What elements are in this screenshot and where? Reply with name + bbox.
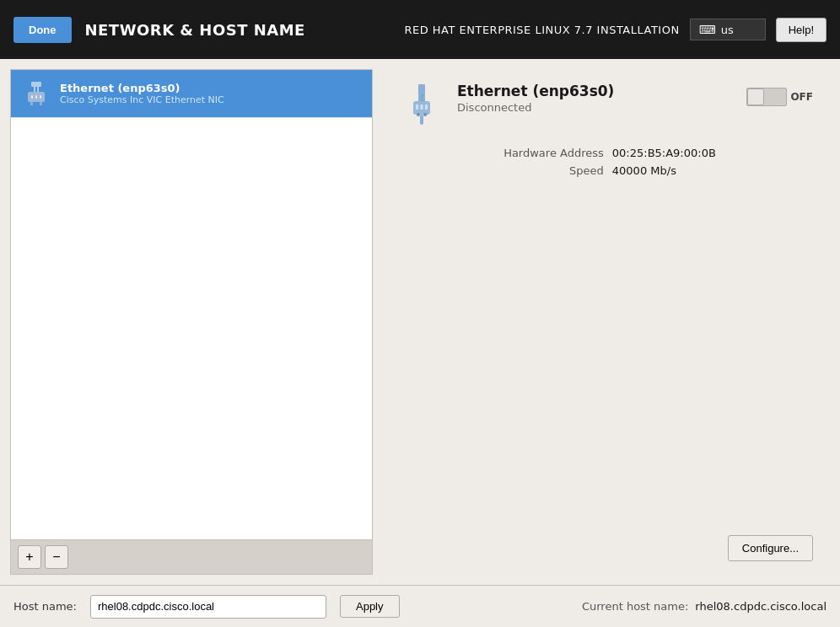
keyboard-lang: us [721,24,734,36]
right-panel-footer: Configure... [400,535,813,561]
page-title: NETWORK & HOST NAME [85,21,305,39]
hardware-address-label: Hardware Address [407,147,604,159]
hostname-label: Host name: [13,600,77,613]
current-hostname-value: rhel08.cdpdc.cisco.local [695,600,827,613]
device-ethernet-icon [400,83,444,126]
svg-rect-2 [37,87,39,92]
help-button[interactable]: Help! [776,18,827,42]
main-content: Ethernet (enp63s0) Cisco Systems Inc VIC… [0,59,840,585]
add-network-button[interactable]: + [18,545,41,569]
current-hostname-label: Current host name: [582,600,688,613]
svg-rect-8 [40,95,41,99]
remove-network-button[interactable]: − [45,545,68,569]
configure-button[interactable]: Configure... [728,535,813,561]
svg-rect-4 [30,102,33,105]
network-item-subtitle: Cisco Systems Inc VIC Ethernet NIC [60,94,362,105]
device-name: Ethernet (enp63s0) [457,83,733,99]
network-list: Ethernet (enp63s0) Cisco Systems Inc VIC… [10,69,373,540]
svg-rect-20 [423,113,427,116]
svg-rect-19 [417,113,420,116]
svg-rect-15 [416,104,418,110]
device-status: Disconnected [457,101,733,114]
top-bar-left: Done NETWORK & HOST NAME [13,17,305,43]
keyboard-icon: ⌨ [699,23,716,36]
done-button[interactable]: Done [13,17,72,43]
svg-rect-13 [418,96,421,102]
top-bar: Done NETWORK & HOST NAME RED HAT ENTERPR… [0,0,840,59]
toggle-thumb [747,88,764,105]
list-controls: + − [10,540,373,575]
device-header: Ethernet (enp63s0) Disconnected OFF [400,83,813,126]
network-item-title: Ethernet (enp63s0) [60,82,362,94]
svg-rect-17 [425,104,428,110]
ethernet-icon [21,78,51,109]
left-panel: Ethernet (enp63s0) Cisco Systems Inc VIC… [10,69,373,575]
device-details: Hardware Address 00:25:B5:A9:00:0B Speed… [407,147,813,177]
svg-rect-14 [423,96,425,102]
network-item-text: Ethernet (enp63s0) Cisco Systems Inc VIC… [60,82,362,105]
list-item[interactable]: Ethernet (enp63s0) Cisco Systems Inc VIC… [11,70,372,118]
svg-rect-7 [35,95,37,99]
speed-label: Speed [407,164,604,177]
device-icon-wrap [400,83,444,126]
svg-rect-18 [420,115,423,125]
keyboard-widget[interactable]: ⌨ us [690,19,766,40]
speed-value: 40000 Mb/s [612,164,813,177]
top-bar-right: RED HAT ENTERPRISE LINUX 7.7 INSTALLATIO… [404,18,827,42]
svg-rect-9 [418,84,425,96]
apply-button[interactable]: Apply [340,595,400,618]
svg-rect-0 [31,82,41,87]
current-hostname-section: Current host name: rhel08.cdpdc.cisco.lo… [582,600,827,613]
hardware-address-value: 00:25:B5:A9:00:0B [612,147,813,159]
installation-subtitle: RED HAT ENTERPRISE LINUX 7.7 INSTALLATIO… [404,24,679,36]
bottom-bar: Host name: Apply Current host name: rhel… [0,585,840,627]
toggle-label: OFF [790,91,813,103]
svg-rect-6 [31,95,33,99]
svg-rect-16 [421,104,423,110]
svg-rect-1 [34,87,35,92]
toggle-wrap[interactable]: OFF [746,88,813,106]
svg-rect-5 [40,102,42,105]
right-panel: Ethernet (enp63s0) Disconnected OFF Hard… [383,69,830,575]
toggle-switch[interactable] [746,88,787,106]
hostname-input[interactable] [90,595,326,619]
device-info: Ethernet (enp63s0) Disconnected [457,83,733,114]
